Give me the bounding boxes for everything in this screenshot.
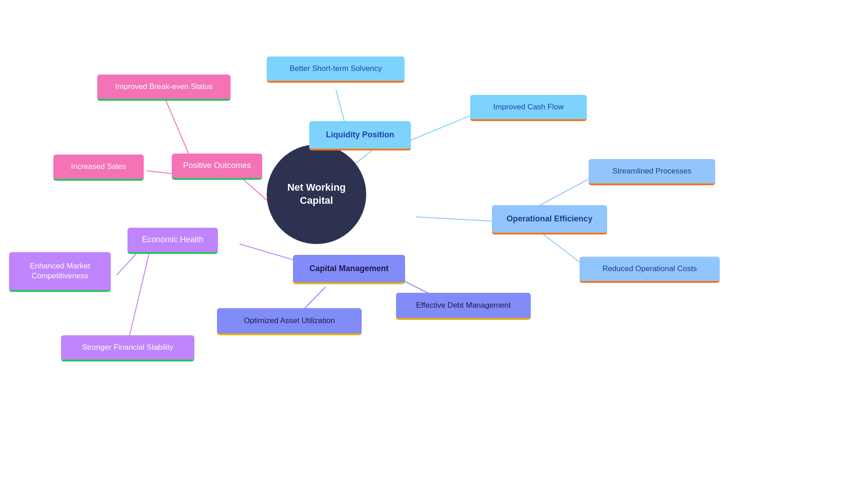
svg-line-5 [127,253,149,348]
better-solvency-node: Better Short-term Solvency [267,56,405,83]
operational-efficiency-node: Operational Efficiency [492,205,607,235]
capital-management-node: Capital Management [293,255,405,284]
svg-line-10 [533,177,592,209]
center-node: Net Working Capital [267,145,366,244]
increased-sales-node: Increased Sales [53,155,144,181]
optimized-assets-node: Optimized Asset Utilization [217,308,362,335]
positive-outcomes-node: Positive Outcomes [172,154,262,180]
enhanced-market-node: Enhanced Market Competitiveness [9,252,111,292]
improved-breakeven-node: Improved Break-even Status [97,75,231,101]
improved-cashflow-node: Improved Cash Flow [470,95,587,121]
reduced-costs-node: Reduced Operational Costs [580,257,720,283]
stronger-financial-node: Stronger Financial Stability [61,335,194,361]
mind-map: Net Working Capital Positive Outcomes Im… [0,0,868,488]
economic-health-node: Economic Health [127,228,218,254]
debt-management-node: Effective Debt Management [396,293,531,320]
svg-line-9 [416,217,497,221]
svg-line-8 [402,114,475,144]
streamlined-processes-node: Streamlined Processes [589,159,715,185]
liquidity-position-node: Liquidity Position [309,121,411,150]
